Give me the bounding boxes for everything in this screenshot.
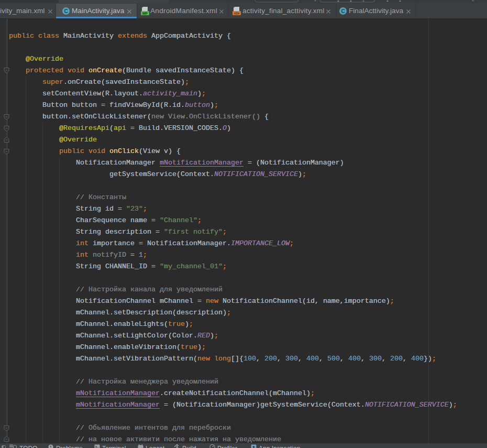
svg-text:MF: MF — [142, 12, 148, 15]
svg-text:C: C — [64, 8, 68, 14]
svg-text:</>: </> — [234, 12, 239, 15]
svg-text:C: C — [341, 8, 345, 14]
